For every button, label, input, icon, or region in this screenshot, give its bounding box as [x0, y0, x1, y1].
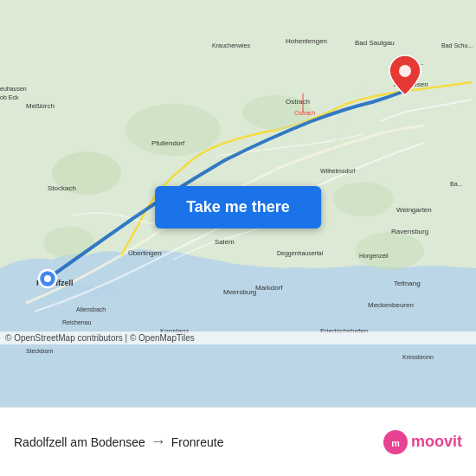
svg-text:Ostrach: Ostrach — [294, 110, 316, 116]
svg-text:Weingarten: Weingarten — [396, 206, 432, 214]
svg-text:Allensbach: Allensbach — [76, 306, 106, 312]
svg-text:ob Eck: ob Eck — [0, 94, 19, 100]
svg-text:m: m — [391, 437, 400, 447]
destination-label: Fronreute — [171, 435, 224, 449]
svg-text:Überlingen: Überlingen — [128, 249, 162, 257]
svg-text:Kressbronn: Kressbronn — [402, 354, 434, 360]
svg-text:Stockach: Stockach — [48, 184, 76, 192]
arrow-icon: → — [151, 433, 166, 451]
svg-text:Meßkirch: Meßkirch — [26, 102, 55, 110]
origin-label: Radolfzell am Bodensee — [14, 435, 145, 449]
svg-text:Krauchenwies: Krauchenwies — [212, 42, 250, 48]
svg-text:Bad Saulgau: Bad Saulgau — [355, 39, 395, 47]
svg-text:Horgenzell: Horgenzell — [359, 253, 389, 260]
svg-text:Meersburg: Meersburg — [223, 288, 256, 296]
take-me-there-button[interactable]: Take me there — [155, 186, 321, 228]
svg-text:Ravensburg: Ravensburg — [391, 228, 428, 235]
svg-text:Bad Schu...: Bad Schu... — [441, 42, 473, 48]
svg-text:Ba...: Ba... — [450, 181, 462, 187]
svg-text:Ostrach: Ostrach — [286, 98, 310, 106]
svg-text:Deggenhausertal: Deggenhausertal — [277, 250, 324, 257]
svg-point-43 — [399, 65, 411, 77]
svg-point-5 — [43, 227, 95, 258]
svg-text:Reichenau: Reichenau — [62, 319, 92, 325]
footer-locations: Radolfzell am Bodensee → Fronreute — [14, 433, 383, 451]
svg-text:Pfullendorf: Pfullendorf — [151, 139, 185, 147]
svg-text:Hohentengen: Hohentengen — [286, 37, 327, 45]
svg-text:euhausen: euhausen — [0, 86, 27, 92]
moovit-logo-icon: m — [383, 430, 408, 454]
svg-point-6 — [355, 232, 424, 270]
svg-text:Markdorf: Markdorf — [255, 284, 283, 292]
svg-text:Meckenbeuren: Meckenbeuren — [368, 301, 414, 309]
map-attribution: © OpenStreetMap contributors | © OpenMap… — [0, 331, 476, 344]
svg-point-42 — [44, 275, 51, 282]
moovit-text: moovit — [411, 433, 462, 451]
svg-point-2 — [125, 104, 221, 156]
moovit-brand: m moovit — [383, 430, 462, 454]
svg-text:Steckborn: Steckborn — [26, 348, 54, 354]
svg-point-4 — [333, 182, 394, 216]
footer: Radolfzell am Bodensee → Fronreute m moo… — [0, 407, 476, 476]
map-container: Radolfzell Meßkirch Pfullendorf Stockach… — [0, 0, 476, 407]
svg-text:Salem: Salem — [215, 238, 235, 246]
svg-text:Wilhelmsdorf: Wilhelmsdorf — [320, 168, 356, 174]
svg-text:Tettnang: Tettnang — [394, 280, 421, 287]
